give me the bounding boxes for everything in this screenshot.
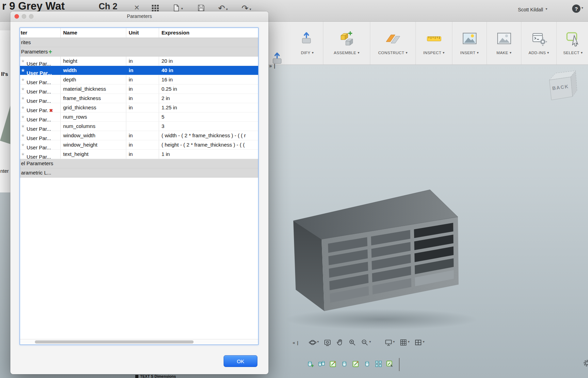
favorite-icon[interactable]: ★ [21,66,26,75]
favorite-icon[interactable]: ★ [21,131,26,140]
parameter-expression: ( width - ( 2 * frame_thickness ) - ( ( … [159,131,258,140]
ribbon-group-label[interactable]: ASSEMBLE▾ [334,51,360,55]
viewports-button[interactable]: ▾ [414,338,425,347]
column-header-unit[interactable]: Unit [126,28,159,38]
account-menu[interactable]: Scott Kildall ▾ [518,7,547,12]
grid-display-button[interactable]: ▾ [399,338,410,347]
parameter-unit: in [126,94,159,103]
new-file-button[interactable]: ▾ [173,4,183,12]
favorite-icon[interactable]: ★ [21,57,26,66]
sketch-timeline-item[interactable] [352,360,360,369]
table-section-row[interactable]: arametric L... [20,168,258,178]
table-row[interactable]: ★User Par...window_widthin( width - ( 2 … [20,131,258,140]
pattern-timeline-item[interactable] [375,360,382,369]
dialog-titlebar[interactable]: Parameters [10,11,268,22]
parameter-unit: in [126,150,159,159]
sketch-flag-icon [386,360,394,368]
ok-button[interactable]: OK [224,355,257,367]
table-row[interactable]: ★User Par...material_thicknessin0.25 in [20,84,258,94]
favorite-icon[interactable]: ★ [21,84,26,93]
timeline-collapse-fragment[interactable]: « | [293,340,298,345]
ribbon-group-label[interactable]: INSERT▾ [460,51,479,55]
favorite-icon[interactable]: ★ [21,112,26,121]
ribbon-group-label[interactable]: MAKE▾ [497,51,512,55]
table-section-row[interactable]: Parameters+ [20,47,258,57]
zoom-in-button[interactable] [348,338,357,347]
add-parameter-icon[interactable]: + [49,49,52,55]
background-text-fragment: nter [0,168,9,174]
model-shadow [285,309,476,330]
ribbon-group-select[interactable]: SELECT▾ [557,21,588,64]
feature-cylinder-plus-timeline-item[interactable] [306,360,314,369]
table-row[interactable]: ★User Par...text_heightin1 in [20,150,258,159]
ribbon-group-dify[interactable]: DIFY▾ [292,21,323,64]
scrollbar-thumb[interactable] [35,340,194,344]
maximize-window-button[interactable] [29,14,33,19]
parameter-unit: in [126,103,159,112]
orbit-button[interactable]: ▾ [308,338,320,347]
ribbon-group-assemble[interactable]: ASSEMBLE▾ [323,21,370,64]
ribbon-group-construct[interactable]: CONSTRUCT▾ [370,21,416,64]
model-3d[interactable] [283,179,476,334]
parameter-type: User Par... [27,61,51,66]
ribbon-group-label[interactable]: ADD-INS▾ [529,51,549,55]
feature-cylinders-timeline-item[interactable] [318,360,325,369]
table-row[interactable]: ★User Par...window_heightin( height - ( … [20,140,258,150]
parameter-expression: 2 in [159,94,258,103]
browser-collapse-fragment[interactable]: » | [269,63,276,69]
help-menu[interactable]: ? ▾ [572,4,583,13]
close-window-button[interactable] [14,14,19,19]
chevron-down-icon: ▾ [443,51,444,54]
parameter-unit: in [126,75,159,84]
ribbon-group-label[interactable]: SELECT▾ [563,51,583,55]
table-row[interactable]: ★User Par...frame_thicknessin2 in [20,94,258,103]
pattern-icon [375,360,382,368]
ribbon-group-insert[interactable]: INSERT▾ [452,21,487,64]
feature-cylinder-timeline-item[interactable] [363,360,371,369]
favorite-icon[interactable]: ★ [21,103,26,112]
table-row[interactable]: ★User Par...num_columns3 [20,122,258,131]
sketch-timeline-item[interactable] [329,360,337,369]
pan-hand-icon [336,339,344,346]
table-section-row[interactable]: el Parameters [20,159,258,168]
column-header-expression[interactable]: Expression [159,28,258,38]
gear-icon[interactable] [582,359,588,368]
favorite-icon[interactable]: ★ [21,94,26,103]
look-at-button[interactable] [323,338,332,347]
ribbon-group-label[interactable]: DIFY▾ [301,51,314,55]
parameter-type: User Par... [27,79,51,84]
horizontal-scrollbar[interactable] [20,339,258,345]
ribbon-group-inspect[interactable]: INSPECT▾ [416,21,452,64]
column-header-name[interactable]: Name [61,28,126,38]
pan-hand-button[interactable] [335,338,344,347]
zoom-button[interactable]: ▾ [360,338,372,347]
column-header-parameter[interactable]: ter [20,28,61,38]
help-icon[interactable]: ? [572,4,580,13]
ribbon-group-add-ins[interactable]: ADD-INS▾ [521,21,557,64]
display-settings-button[interactable]: ▾ [384,338,395,347]
table-row[interactable]: ★User Par...widthin40 in [20,66,258,75]
ribbon-group-label[interactable]: CONSTRUCT▾ [378,51,408,55]
close-button[interactable]: ✕ [134,4,140,11]
ribbon-group-label[interactable]: INSPECT▾ [423,51,444,55]
parameter-name: height [61,57,126,66]
insert-icon [462,30,478,48]
chevron-down-icon: ▾ [477,51,479,54]
save-button[interactable] [197,4,205,12]
feature-cylinder-timeline-item[interactable] [341,360,348,369]
viewcube[interactable]: BACK [539,66,582,106]
orbit-icon [309,339,316,346]
dialog-title: Parameters [10,11,268,21]
table-row[interactable]: ★User Par...num_rows5 [20,112,258,122]
ribbon-group-make[interactable]: MAKE▾ [487,21,521,64]
sketch-flag-timeline-item[interactable] [386,360,394,369]
table-row[interactable]: ★User Par...depthin16 in [20,75,258,84]
table-section-row[interactable]: rites [20,38,258,47]
favorite-icon[interactable]: ★ [21,150,26,159]
minimize-window-button[interactable] [22,14,26,19]
table-row[interactable]: ★User Par...heightin20 in [20,57,258,66]
favorite-icon[interactable]: ★ [21,122,26,131]
table-row[interactable]: ★User Par.✖grid_thicknessin1.25 in [20,103,258,112]
favorite-icon[interactable]: ★ [21,140,26,149]
favorite-icon[interactable]: ★ [21,75,26,84]
